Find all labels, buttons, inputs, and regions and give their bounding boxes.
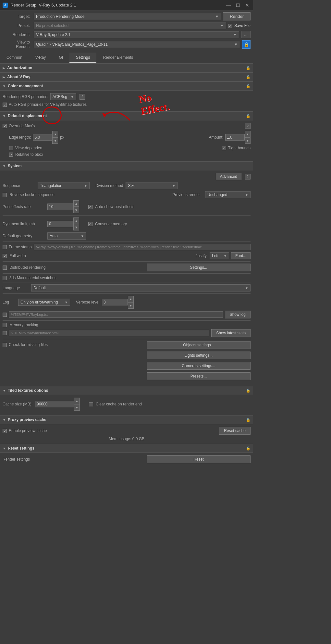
tab-render-elements[interactable]: Render Elements [96,53,140,63]
tab-vray[interactable]: V-Ray [29,53,53,63]
dyn-mem-up[interactable]: ▲ [73,217,79,224]
verbose-spinner[interactable]: ▲ ▼ [102,296,134,309]
reset-button[interactable]: Reset [147,455,251,463]
view-dependent-checkbox[interactable] [9,146,13,150]
frame-stamp-input[interactable]: V-Ray %vrayversion | file: %filename | f… [34,244,251,250]
cache-size-up[interactable]: ▲ [74,398,80,404]
preset-dropdown[interactable]: No preset selected ▼ [34,22,226,29]
distributed-rendering-checkbox[interactable] [3,266,7,270]
amount-up[interactable]: ▲ [245,131,251,137]
previous-render-dropdown[interactable]: Unchanged ▼ [205,191,251,198]
target-dropdown[interactable]: Production Rendering Mode ▼ [34,13,221,20]
relative-bbox-checkbox[interactable] [9,153,13,157]
system-help[interactable]: ? [245,174,251,180]
cache-size-spinner[interactable]: ▲ ▼ [35,398,80,411]
rendering-rgb-row: Rendering RGB primaries: ACEScg ▼ ? [3,93,251,100]
save-file-label: Save File [234,23,251,28]
amount-spinner[interactable]: ▲ ▼ [225,131,251,144]
verbose-down[interactable]: ▼ [128,302,134,309]
reverse-bucket-checkbox[interactable] [3,193,7,197]
tab-settings[interactable]: Settings [69,53,96,63]
memory-path-checkbox[interactable] [3,331,7,335]
material-swatches-checkbox[interactable] [3,276,7,280]
default-displacement-arrow: ▼ [3,114,6,118]
save-file-checkbox[interactable] [228,24,232,28]
memory-tracking-checkbox[interactable] [3,323,7,327]
auto-show-checkbox[interactable] [88,205,92,209]
authorization-header[interactable]: ▶ Authorization 🔒 [0,64,253,72]
edge-length-up[interactable]: ▲ [52,131,58,137]
tabs-bar: Common V-Ray GI Settings Render Elements [0,53,253,63]
distributed-settings-button[interactable]: Settings... [147,264,251,271]
justify-dropdown[interactable]: Left ▼ [210,252,229,259]
memory-path-input[interactable]: %TEMP%\vraymemtrack.html [9,330,209,336]
show-log-button[interactable]: Show log [225,311,251,318]
reset-settings-header[interactable]: ▼ Reset settings 🔒 [0,444,253,453]
amount-input[interactable] [225,134,245,141]
lights-settings-button[interactable]: Lights settings... [147,352,251,359]
override-checkbox[interactable] [3,124,7,128]
view-dropdown[interactable]: Quad 4 - VRayCam_Photos_Page_10-11 ▼ [34,41,240,48]
post-effects-down[interactable]: ▼ [73,207,79,213]
render-button[interactable]: Render [223,12,251,20]
rendering-rgb-dropdown[interactable]: ACEScg ▼ [50,93,76,100]
conserve-memory-checkbox[interactable] [88,222,92,226]
verbose-up[interactable]: ▲ [128,296,134,302]
tiled-textures-arrow: ▼ [3,389,6,392]
frame-stamp-checkbox[interactable] [3,245,7,249]
language-dropdown[interactable]: Default ▼ [31,284,251,291]
objects-settings-button[interactable]: Objects settings... [147,341,251,349]
cache-size-down[interactable]: ▼ [74,404,80,411]
tiled-textures-header[interactable]: ▼ Tiled textures options 🔒 [0,386,253,395]
default-geometry-row: Default geometry Auto ▼ [3,232,251,240]
show-latest-stats-button[interactable]: Show latest stats [211,329,251,337]
dyn-mem-spinner[interactable]: ▲ ▼ [47,217,79,230]
log-path-input[interactable]: %TEMP%\VRayLog.txt [9,311,223,318]
amount-down[interactable]: ▼ [245,137,251,144]
edge-length-input[interactable] [33,134,52,141]
edge-length-spinner[interactable]: ▲ ▼ [33,131,58,144]
color-mgmt-help[interactable]: ? [80,94,85,100]
displacement-help[interactable]: ? [245,123,251,129]
tab-common[interactable]: Common [0,53,29,63]
dots-button[interactable]: ... [241,31,251,38]
renderer-dropdown[interactable]: V-Ray 6, update 2.1 ▼ [34,31,239,38]
override-label: Override Max's [9,124,35,128]
reset-cache-button[interactable]: Reset cache [219,427,251,435]
maximize-button[interactable]: ☐ [235,3,241,8]
post-effects-up[interactable]: ▲ [73,200,79,207]
auto-rgb-checkbox[interactable] [3,103,7,107]
color-management-header[interactable]: ▼ Color management 🔒 [0,82,253,91]
sequence-dropdown[interactable]: Triangulation ▼ [38,182,90,189]
division-method-dropdown[interactable]: Size ▼ [126,182,178,189]
post-effects-spinner[interactable]: ▲ ▼ [47,200,79,213]
font-button[interactable]: Font... [231,252,251,259]
cache-size-input[interactable] [35,401,74,407]
clear-cache-checkbox[interactable] [89,402,93,406]
tab-gi[interactable]: GI [52,53,69,63]
verbose-input[interactable] [102,299,128,305]
edge-length-down[interactable]: ▼ [52,137,58,144]
default-geometry-dropdown[interactable]: Auto ▼ [47,232,86,240]
dyn-mem-input[interactable] [47,221,73,227]
frame-stamp-label: Frame stamp [9,245,32,249]
minimize-button[interactable]: — [225,3,232,8]
proxy-preview-header[interactable]: ▼ Proxy preview cache 🔒 [0,415,253,424]
language-row: Language Default ▼ [3,284,251,291]
tight-bounds-checkbox[interactable] [222,146,226,150]
system-header[interactable]: ▼ System [0,162,253,170]
missing-files-checkbox[interactable] [3,343,7,347]
post-effects-input[interactable] [47,204,73,210]
full-width-checkbox[interactable] [3,254,7,258]
about-vray-header[interactable]: ▶ About V-Ray 🔒 [0,73,253,81]
presets-button[interactable]: Presets... [147,372,251,380]
advanced-button[interactable]: Advanced [216,173,241,180]
dyn-mem-down[interactable]: ▼ [73,224,79,230]
lock-button[interactable]: 🔒 [242,40,251,49]
enable-preview-checkbox[interactable] [3,429,7,433]
log-path-checkbox[interactable] [3,313,7,317]
cameras-settings-button[interactable]: Cameras settings... [147,362,251,370]
close-button[interactable]: ✕ [244,3,251,8]
log-level-dropdown[interactable]: Only on error/warning ▼ [18,299,70,306]
default-displacement-header[interactable]: ▼ Default displacement 🔒 [0,112,253,120]
